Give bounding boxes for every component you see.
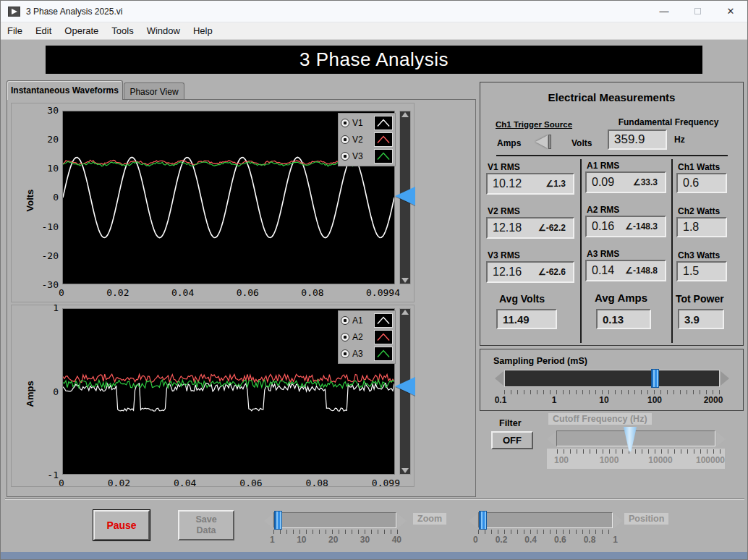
ch2-watts-label: Ch2 Watts bbox=[678, 206, 720, 216]
a3-line-sample-icon bbox=[374, 347, 393, 361]
page-title: 3 Phase Analysis bbox=[299, 48, 449, 71]
amps-legend: A1 A2 A3 bbox=[338, 310, 396, 364]
legend-item-v1[interactable]: V1 bbox=[341, 115, 393, 131]
a3-rms-label: A3 RMS bbox=[587, 249, 619, 259]
v3-radio-icon[interactable] bbox=[341, 152, 349, 161]
zoom-tick-labels: 110203040 bbox=[270, 535, 401, 545]
legend-item-v2[interactable]: V2 bbox=[341, 132, 393, 148]
legend-item-a1[interactable]: A1 bbox=[341, 313, 393, 328]
a1-radio-icon[interactable] bbox=[341, 316, 349, 325]
amps-xticks: 00.020.040.060.080.099 bbox=[59, 478, 400, 488]
slider-right-arrow-icon[interactable] bbox=[721, 371, 729, 386]
menu-edit[interactable]: Edit bbox=[29, 25, 58, 36]
labview-app-icon bbox=[8, 7, 20, 17]
slider-left-arrow-icon[interactable] bbox=[495, 371, 503, 386]
slider-right-arrow-icon[interactable] bbox=[398, 514, 407, 528]
position-slider[interactable] bbox=[478, 512, 613, 528]
divider bbox=[580, 159, 582, 343]
toggle-bar-icon bbox=[548, 135, 551, 149]
tick-label: 100 bbox=[554, 455, 569, 465]
a2-line-sample-icon bbox=[374, 330, 393, 344]
amps-yticks: 10-1 bbox=[30, 302, 59, 480]
zoom-slider[interactable] bbox=[273, 512, 396, 528]
a1-line-sample-icon bbox=[374, 313, 393, 328]
menu-file[interactable]: File bbox=[1, 25, 29, 36]
v1-rms-label: V1 RMS bbox=[488, 162, 520, 172]
position-slider-handle[interactable] bbox=[479, 511, 487, 530]
toggle-pointer-icon[interactable] bbox=[535, 135, 548, 148]
avg-amps-label: Avg Amps bbox=[595, 292, 647, 304]
banner: 3 Phase Analysis bbox=[46, 46, 702, 74]
legend-item-a2[interactable]: A2 bbox=[341, 329, 393, 345]
tick-label: 100000 bbox=[696, 455, 725, 465]
tick-label: 1 bbox=[552, 395, 557, 405]
scroll-down-icon[interactable] bbox=[401, 278, 409, 283]
slider-left-arrow-icon[interactable] bbox=[547, 432, 556, 446]
scroll-down-icon[interactable] bbox=[401, 468, 409, 473]
position-tick-marks bbox=[478, 530, 614, 534]
cutoff-frequency-slider[interactable] bbox=[556, 430, 715, 446]
title-bar: 3 Phase Analysis 2025.vi — ✕ bbox=[1, 1, 747, 22]
menu-operate[interactable]: Operate bbox=[58, 25, 105, 36]
avg-amps-value: 0.13 bbox=[596, 309, 651, 329]
sampling-period-handle[interactable] bbox=[651, 369, 659, 388]
maximize-icon bbox=[694, 8, 701, 14]
slider-left-arrow-icon[interactable] bbox=[469, 514, 477, 528]
ch1-trigger-source-toggle[interactable] bbox=[532, 135, 569, 149]
filter-label: Filter bbox=[499, 418, 522, 428]
scroll-up-icon[interactable] bbox=[401, 112, 409, 117]
i-trigger-level-cursor[interactable] bbox=[395, 377, 415, 396]
filter-button[interactable]: OFF bbox=[491, 431, 533, 449]
menu-window[interactable]: Window bbox=[140, 25, 187, 36]
tab-instantaneous-waveforms[interactable]: Instantaneous Waveforms bbox=[7, 80, 123, 100]
legend-item-v3[interactable]: V3 bbox=[341, 148, 393, 164]
sampling-tick-marks bbox=[504, 390, 720, 394]
slider-right-arrow-icon[interactable] bbox=[717, 432, 726, 446]
volts-legend: V1 V2 V3 bbox=[338, 113, 396, 166]
hz-unit-label: Hz bbox=[674, 135, 685, 145]
tick-label: 100 bbox=[647, 395, 662, 405]
window-title: 3 Phase Analysis 2025.vi bbox=[26, 7, 122, 17]
menu-tools[interactable]: Tools bbox=[105, 25, 140, 36]
ch1-trigger-source-label: Ch1 Trigger Source bbox=[496, 120, 572, 129]
menu-bar: File Edit Operate Tools Window Help bbox=[1, 22, 747, 40]
v1-radio-icon[interactable] bbox=[341, 119, 349, 127]
fundamental-frequency-label: Fundamental Frequency bbox=[596, 117, 741, 127]
slider-right-arrow-icon[interactable] bbox=[614, 514, 623, 528]
cutoff-frequency-label: Cutoff Frequency (Hz) bbox=[548, 413, 652, 425]
zoom-slider-handle[interactable] bbox=[274, 511, 282, 530]
menu-help[interactable]: Help bbox=[187, 25, 219, 36]
divider bbox=[671, 159, 673, 343]
scroll-up-icon[interactable] bbox=[401, 310, 409, 315]
a2-rms-label: A2 RMS bbox=[587, 205, 619, 215]
v2-line-sample-icon bbox=[374, 132, 393, 147]
a1-rms-value: 0.09∠33.3 bbox=[585, 171, 666, 193]
v2-rms-value: 12.18∠-62.2 bbox=[486, 217, 574, 239]
app-window: 3 Phase Analysis 2025.vi — ✕ File Edit O… bbox=[0, 0, 748, 560]
volts-yticks: 3020100-10-20-30 bbox=[30, 105, 59, 290]
tot-power-label: Tot Power bbox=[676, 293, 724, 305]
window-bottom-scrollbar[interactable] bbox=[1, 552, 747, 560]
minimize-button[interactable]: — bbox=[647, 1, 681, 22]
v-trigger-level-cursor[interactable] bbox=[395, 187, 415, 205]
v2-rms-label: V2 RMS bbox=[488, 206, 520, 216]
slider-left-arrow-icon[interactable] bbox=[264, 514, 273, 528]
maximize-button bbox=[681, 1, 714, 22]
tab-phasor-view[interactable]: Phasor View bbox=[124, 82, 184, 100]
ch1-watts-value: 0.6 bbox=[676, 173, 727, 193]
sampling-period-panel: Sampling Period (mS) 0.1 1 10 100 2000 bbox=[480, 349, 744, 411]
a3-radio-icon[interactable] bbox=[341, 349, 349, 358]
a2-radio-icon[interactable] bbox=[341, 333, 349, 341]
sampling-period-label: Sampling Period (mS) bbox=[493, 356, 587, 366]
zoom-label: Zoom bbox=[413, 513, 446, 525]
save-data-button[interactable]: SaveData bbox=[178, 510, 234, 540]
trigger-amps-label: Amps bbox=[497, 138, 521, 148]
close-button[interactable]: ✕ bbox=[714, 1, 747, 22]
v2-radio-icon[interactable] bbox=[341, 135, 349, 144]
pause-button[interactable]: Pause bbox=[93, 510, 150, 540]
legend-item-a3[interactable]: A3 bbox=[341, 346, 393, 362]
position-tick-labels: 00.20.40.60.81 bbox=[473, 535, 618, 545]
v1-line-sample-icon bbox=[374, 116, 393, 130]
tick-label: 10000 bbox=[648, 455, 672, 465]
sampling-period-slider[interactable] bbox=[504, 370, 720, 387]
